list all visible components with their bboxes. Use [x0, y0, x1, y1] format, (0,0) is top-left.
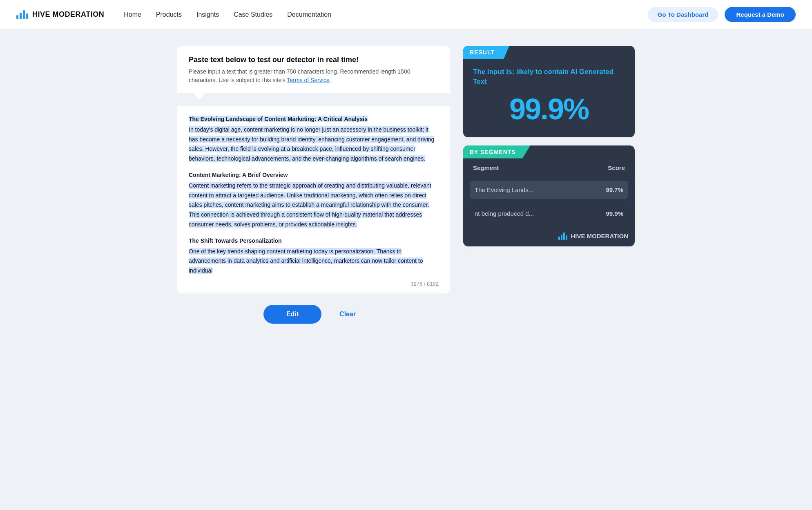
navbar: HIVE MODERATION Home Products Insights C…: [0, 0, 812, 29]
navbar-left: HIVE MODERATION Home Products Insights C…: [16, 10, 331, 19]
segments-card-header: BY SEGMENTS: [463, 145, 531, 159]
logo-bar-3: [23, 10, 25, 19]
segment-row-score-1: 99.9%: [606, 210, 623, 217]
tos-link[interactable]: Terms of Service: [287, 77, 330, 83]
request-demo-button[interactable]: Request a Demo: [725, 7, 796, 22]
text-para-1: The Evolving Landscape of Content Market…: [189, 114, 439, 164]
segment-row-text-0: The Evolving Lands...: [475, 186, 533, 193]
footer-logo-bar-4: [566, 235, 567, 240]
para-title-2: Content Marketing: A Brief Overview: [189, 170, 439, 180]
logo-bar-2: [20, 13, 22, 19]
segment-row-1: nt being produced d... 99.9%: [470, 204, 628, 223]
para-body-3: One of the key trends shaping content ma…: [189, 247, 439, 276]
nav-item-documentation[interactable]: Documentation: [287, 11, 331, 18]
text-content: The Evolving Landscape of Content Market…: [189, 114, 439, 276]
para-title-3: The Shift Towards Personalization: [189, 236, 439, 246]
text-para-3: The Shift Towards Personalization One of…: [189, 236, 439, 276]
left-panel: Paste text below to test our detector in…: [177, 46, 450, 324]
nav-link-home[interactable]: Home: [124, 11, 141, 18]
footer-logo-text: HIVE MODERATION: [571, 233, 628, 239]
logo-icon: [16, 10, 28, 19]
segment-table-header: Segment Score: [463, 159, 635, 177]
footer-logo-bar-1: [558, 237, 560, 240]
instruction-desc: Please input a text that is greater than…: [189, 67, 439, 85]
result-card: RESULT The input is: likely to contain A…: [463, 46, 635, 137]
logo-bar-4: [26, 13, 28, 19]
footer-logo-bar-3: [563, 233, 565, 240]
para-title-1: The Evolving Landscape of Content Market…: [189, 114, 439, 124]
footer-logo-icon: [558, 233, 567, 240]
para-title-highlight-1: The Evolving Landscape of Content Market…: [189, 116, 368, 122]
para-body-2: Content marketing refers to the strategi…: [189, 181, 439, 230]
col-segment-label: Segment: [473, 164, 499, 171]
segment-rows: The Evolving Lands... 99.7% nt being pro…: [463, 181, 635, 229]
nav-link-insights[interactable]: Insights: [196, 11, 219, 18]
instruction-desc-suffix: .: [330, 77, 331, 83]
logo-bar-1: [16, 15, 18, 19]
instruction-title: Paste text below to test our detector in…: [189, 56, 439, 64]
nav-item-products[interactable]: Products: [156, 11, 182, 18]
segment-divider: [470, 201, 628, 201]
nav-item-insights[interactable]: Insights: [196, 11, 219, 18]
edit-button[interactable]: Edit: [263, 305, 321, 324]
segment-row-0: The Evolving Lands... 99.7%: [470, 181, 628, 199]
col-score-label: Score: [608, 164, 625, 171]
action-buttons: Edit Clear: [177, 305, 450, 324]
logo-text: HIVE MODERATION: [32, 10, 104, 19]
result-label: The input is: likely to contain AI Gener…: [473, 67, 625, 87]
go-to-dashboard-button[interactable]: Go To Dashboard: [648, 7, 718, 22]
right-panel: RESULT The input is: likely to contain A…: [463, 46, 635, 246]
para-body-highlight-3: One of the key trends shaping content ma…: [189, 248, 423, 274]
footer-logo: HIVE MODERATION: [463, 229, 635, 246]
instruction-box: Paste text below to test our detector in…: [177, 46, 450, 93]
nav-link-products[interactable]: Products: [156, 11, 182, 18]
main-content: Paste text below to test our detector in…: [161, 46, 651, 324]
nav-item-case-studies[interactable]: Case Studies: [234, 11, 272, 18]
segment-row-text-1: nt being produced d...: [475, 210, 534, 217]
nav-item-home[interactable]: Home: [124, 11, 141, 18]
segment-row-score-0: 99.7%: [606, 186, 623, 193]
result-percentage: 99.9%: [473, 92, 625, 126]
char-count: 3276 / 8192: [189, 281, 439, 287]
footer-logo-bar-2: [561, 235, 562, 240]
text-para-2: Content Marketing: A Brief Overview Cont…: [189, 170, 439, 230]
navbar-right: Go To Dashboard Request a Demo: [648, 7, 796, 22]
speech-bubble-tail: [194, 93, 205, 100]
para-body-1: In today's digital age, content marketin…: [189, 125, 439, 164]
segments-card: BY SEGMENTS Segment Score The Evolving L…: [463, 145, 635, 246]
result-card-body: The input is: likely to contain AI Gener…: [463, 59, 635, 137]
clear-button[interactable]: Clear: [331, 305, 364, 324]
nav-link-documentation[interactable]: Documentation: [287, 11, 331, 18]
nav-link-case-studies[interactable]: Case Studies: [234, 11, 272, 18]
nav-links: Home Products Insights Case Studies Docu…: [124, 11, 331, 18]
result-card-header: RESULT: [463, 46, 509, 59]
result-label-prefix: The input is:: [473, 68, 516, 76]
text-area-box[interactable]: The Evolving Landscape of Content Market…: [177, 106, 450, 293]
para-body-highlight-1: In today's digital age, content marketin…: [189, 126, 434, 162]
logo: HIVE MODERATION: [16, 10, 104, 19]
para-body-highlight-2: Content marketing refers to the strategi…: [189, 182, 431, 228]
